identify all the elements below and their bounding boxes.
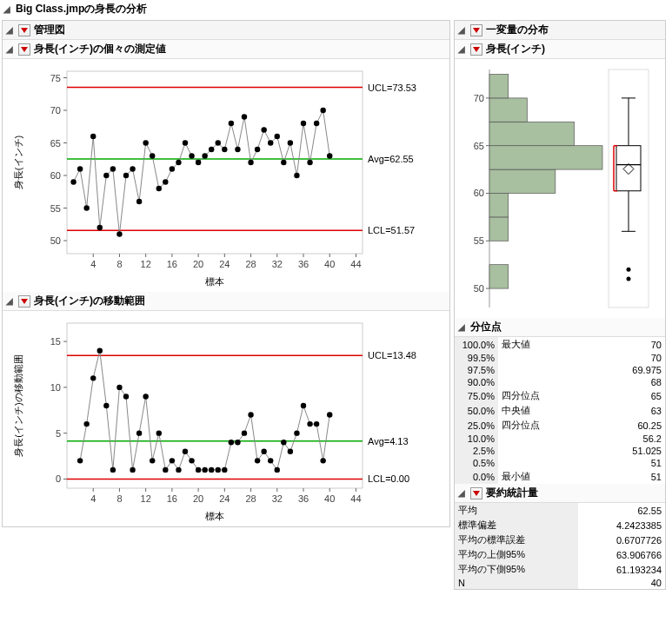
quantile-value: 51 [591,457,665,469]
svg-point-152 [275,467,280,473]
menu-dropdown-icon[interactable] [470,24,482,36]
menu-dropdown-icon[interactable] [18,24,30,36]
svg-point-52 [130,166,135,171]
svg-point-65 [216,140,221,145]
quantile-value: 60.25 [591,418,665,433]
individual-chart[interactable]: 50556065707548121620242832364044標本身長(インチ… [3,59,449,292]
svg-point-143 [216,467,221,473]
svg-point-147 [242,430,247,435]
quantile-value: 56.2 [591,433,665,445]
disclosure-icon[interactable]: ◢ [6,296,17,306]
svg-text:15: 15 [50,336,61,347]
svg-text:28: 28 [245,493,256,504]
svg-text:44: 44 [350,493,361,504]
quantiles-title: 分位点 [470,320,502,334]
svg-point-129 [123,394,129,399]
svg-point-51 [123,173,129,178]
svg-text:0: 0 [56,473,61,484]
stat-label: N [455,577,578,589]
svg-text:60: 60 [50,170,61,181]
stat-label: 標準偏差 [455,518,578,532]
svg-rect-176 [489,169,556,193]
svg-point-154 [288,449,293,454]
quantile-pct: 100.0% [455,337,498,352]
chart1-title: 身長(インチ)の個々の測定値 [34,42,166,56]
svg-text:身長(インチ): 身長(インチ) [13,136,23,189]
svg-text:4: 4 [90,493,96,504]
disclosure-icon[interactable]: ◢ [458,488,469,498]
svg-point-82 [327,153,332,158]
svg-point-66 [222,147,227,152]
svg-point-159 [320,458,325,463]
summary-title: 要約統計量 [486,486,538,500]
svg-text:65: 65 [50,138,61,149]
svg-rect-172 [489,265,509,288]
svg-point-59 [176,160,181,165]
disclosure-icon[interactable]: ◢ [458,25,469,35]
svg-text:身長(インチ)の移動範囲: 身長(インチ)の移動範囲 [13,354,23,456]
svg-text:28: 28 [245,259,256,269]
svg-point-63 [202,153,207,158]
quantile-value: 51.025 [591,445,665,457]
stat-label: 平均の上側95% [455,547,578,562]
quantile-pct: 75.0% [455,388,498,403]
svg-point-142 [209,467,214,473]
svg-point-57 [163,179,168,184]
svg-point-81 [320,108,325,113]
histogram-boxplot[interactable]: 5055606570 [455,59,665,318]
menu-dropdown-icon[interactable] [18,43,30,56]
svg-rect-179 [489,98,527,122]
svg-text:32: 32 [272,493,283,504]
quantile-pct: 50.0% [455,403,498,418]
svg-text:40: 40 [324,259,335,269]
svg-point-139 [189,458,194,463]
svg-text:標本: 標本 [205,511,224,521]
menu-dropdown-icon[interactable] [470,487,482,499]
menu-dropdown-icon[interactable] [470,43,482,56]
svg-point-122 [77,458,83,463]
disclosure-icon[interactable]: ◢ [458,44,469,54]
disclosure-icon[interactable]: ◢ [3,4,14,14]
svg-point-137 [176,467,181,473]
svg-point-126 [103,403,109,408]
stat-label: 平均 [455,503,578,518]
quantile-label [498,433,591,445]
stat-label: 平均の標準誤差 [455,532,578,547]
svg-text:36: 36 [298,259,309,269]
disclosure-icon[interactable]: ◢ [6,25,17,35]
svg-point-67 [229,121,234,126]
quantile-label: 四分位点 [498,418,591,433]
svg-text:44: 44 [350,259,361,269]
disclosure-icon[interactable]: ◢ [6,44,17,54]
svg-point-77 [294,173,299,178]
svg-point-150 [261,449,266,454]
quantile-value: 51 [591,469,665,484]
quantile-label [498,457,591,469]
svg-point-48 [103,173,109,178]
svg-point-134 [156,430,162,435]
svg-point-62 [196,160,201,165]
svg-rect-175 [489,193,509,216]
svg-rect-174 [489,217,509,241]
svg-point-156 [301,403,306,408]
svg-point-75 [281,160,286,165]
svg-point-78 [301,121,306,126]
quantile-pct: 0.5% [455,457,498,469]
svg-text:65: 65 [474,141,484,151]
svg-text:36: 36 [298,493,309,504]
quantile-value: 65 [591,388,665,403]
summary-table: 平均62.55標準偏差4.2423385平均の標準誤差0.6707726平均の上… [455,503,665,589]
quantile-label: 中央値 [498,403,591,418]
svg-point-69 [242,114,247,119]
svg-text:12: 12 [141,493,151,504]
stat-value: 61.193234 [578,562,665,577]
menu-dropdown-icon[interactable] [18,295,30,308]
svg-point-146 [235,440,240,445]
svg-point-71 [255,147,260,152]
svg-text:UCL=13.48: UCL=13.48 [368,350,416,360]
disclosure-icon[interactable]: ◢ [458,322,469,332]
moving-range-chart[interactable]: 05101548121620242832364044標本身長(インチ)の移動範囲… [3,311,449,526]
svg-text:70: 70 [474,93,484,103]
stat-value: 63.906766 [578,547,665,562]
quantile-label: 四分位点 [498,388,591,403]
